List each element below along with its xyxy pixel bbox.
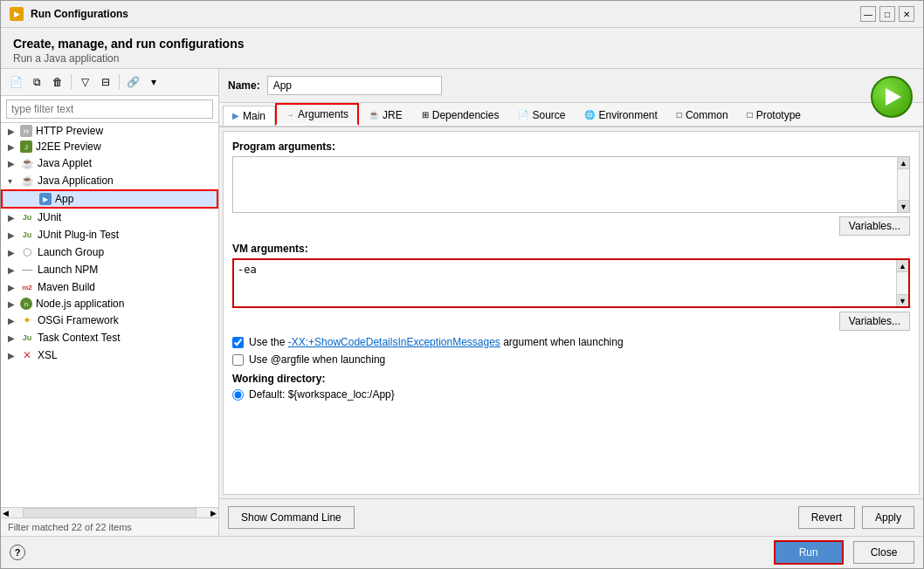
close-window-button[interactable]: ✕ [899, 6, 914, 22]
show-command-line-button[interactable]: Show Command Line [228, 506, 355, 529]
osgi-icon: ✦ [20, 313, 34, 327]
jre-tab-icon: ☕ [369, 110, 379, 120]
title-bar-left: ▶ Run Configurations [10, 7, 128, 21]
sidebar-item-launch-npm[interactable]: ▶ — Launch NPM [1, 261, 218, 278]
filter-button[interactable]: ▽ [75, 72, 94, 92]
checkbox1[interactable] [232, 337, 244, 348]
separator2 [119, 74, 120, 90]
tab-main-label: Main [243, 110, 265, 122]
program-args-variables-button[interactable]: Variables... [839, 216, 910, 236]
sidebar-item-http-preview[interactable]: ▶ H HTTP Preview [1, 123, 218, 139]
sidebar-item-maven[interactable]: ▶ m2 Maven Build [1, 278, 218, 296]
junit-label: JUnit [38, 211, 61, 223]
collapse-all-button[interactable]: ⊟ [96, 72, 115, 92]
checkbox1-before: Use the [249, 336, 288, 348]
tab-jre[interactable]: ☕ JRE [359, 105, 412, 125]
minimize-button[interactable]: — [860, 6, 876, 22]
vm-args-label: VM arguments: [232, 243, 910, 255]
sidebar-scrollbar[interactable]: ◀ ▶ [1, 507, 218, 518]
launch-npm-icon: — [20, 263, 34, 277]
sidebar-item-junit[interactable]: ▶ Ju JUnit [1, 209, 218, 226]
http-preview-label: HTTP Preview [36, 125, 103, 137]
sidebar-item-java-applet[interactable]: ▶ ☕ Java Applet [1, 154, 218, 172]
window-controls: — □ ✕ [860, 6, 914, 22]
java-application-icon: ☕ [20, 174, 34, 188]
vm-args-wrap: -ea ▲ ▼ [232, 258, 910, 308]
app-label: App [55, 193, 73, 205]
sidebar-item-junit-plugin[interactable]: ▶ Ju JUnit Plug-in Test [1, 226, 218, 243]
vm-args-input[interactable]: -ea [234, 260, 908, 304]
sidebar-item-xsl[interactable]: ▶ ✕ XSL [1, 346, 218, 364]
tab-jre-label: JRE [383, 109, 403, 121]
vm-scroll-track [897, 272, 908, 294]
checkbox2[interactable] [232, 354, 244, 366]
j2ee-label: J2EE Preview [36, 141, 101, 153]
link-button[interactable]: 🔗 [123, 72, 142, 92]
java-application-label: Java Application [38, 175, 114, 187]
settings-button[interactable]: ▾ [144, 72, 163, 92]
main-tab-icon: ▶ [232, 111, 239, 120]
name-label: Name: [228, 79, 260, 92]
bottom-bar: Show Command Line Revert Apply [219, 498, 923, 536]
osgi-label: OSGi Framework [38, 314, 119, 326]
launch-npm-label: Launch NPM [38, 264, 98, 276]
tab-source[interactable]: 📄 Source [508, 105, 575, 125]
sidebar-item-java-application[interactable]: ▾ ☕ Java Application [1, 172, 218, 189]
checkbox1-link[interactable]: -XX:+ShowCodeDetailsInExceptionMessages [288, 336, 500, 348]
checkbox2-label: Use @argfile when launching [249, 353, 385, 366]
revert-button[interactable]: Revert [798, 506, 855, 529]
run-close-group: Run Close [774, 540, 914, 565]
vm-scroll-down[interactable]: ▼ [897, 294, 908, 306]
tab-arguments-label: Arguments [298, 108, 348, 120]
task-context-label: Task Context Test [38, 332, 121, 344]
tab-dependencies-label: Dependencies [432, 109, 500, 121]
maven-label: Maven Build [38, 281, 95, 293]
tab-dependencies[interactable]: ⊞ Dependencies [412, 105, 509, 125]
sidebar-item-osgi[interactable]: ▶ ✦ OSGi Framework [1, 312, 218, 329]
program-args-input[interactable] [233, 157, 909, 209]
sidebar-item-j2ee-preview[interactable]: ▶ J J2EE Preview [1, 139, 218, 154]
maximize-button[interactable]: □ [879, 6, 895, 22]
sidebar-item-app[interactable]: ▶ App [1, 189, 218, 209]
window-title: Run Configurations [31, 8, 128, 20]
header-section: Create, manage, and run configurations R… [1, 28, 923, 69]
sidebar-item-task-context[interactable]: ▶ Ju Task Context Test [1, 329, 218, 346]
delete-button[interactable]: 🗑 [48, 72, 67, 92]
sidebar: 📄 ⧉ 🗑 ▽ ⊟ 🔗 ▾ ▶ H HTTP Preview [1, 69, 219, 536]
new-config-button[interactable]: 📄 [6, 72, 25, 92]
working-dir-label: Working directory: [232, 373, 910, 385]
tab-prototype[interactable]: □ Prototype [738, 105, 810, 125]
run-footer-button[interactable]: Run [774, 540, 844, 565]
help-button[interactable]: ? [10, 545, 25, 560]
scroll-up[interactable]: ▲ [898, 157, 909, 169]
title-bar: ▶ Run Configurations — □ ✕ [1, 1, 923, 28]
common-tab-icon: □ [677, 110, 682, 120]
scroll-right[interactable]: ▶ [209, 508, 218, 518]
tab-environment[interactable]: 🌐 Environment [575, 105, 666, 125]
tab-arguments[interactable]: → Arguments [275, 103, 359, 126]
separator [71, 74, 72, 90]
working-dir-row: Default: ${workspace_loc:/App} [232, 388, 910, 401]
sidebar-item-nodejs[interactable]: ▶ n Node.js application [1, 296, 218, 312]
scroll-down[interactable]: ▼ [898, 200, 909, 212]
vm-variables-button[interactable]: Variables... [839, 312, 910, 331]
java-applet-icon: ☕ [20, 156, 34, 170]
tab-common[interactable]: □ Common [667, 105, 738, 125]
filter-input[interactable] [6, 99, 213, 119]
duplicate-button[interactable]: ⧉ [27, 72, 46, 92]
run-button[interactable] [871, 76, 913, 118]
name-input[interactable] [267, 76, 442, 95]
header-subtitle: Run a Java application [13, 52, 911, 65]
vm-scroll-up[interactable]: ▲ [897, 260, 908, 272]
apply-button[interactable]: Apply [862, 506, 914, 529]
footer-bar: ? Run Close [1, 536, 923, 568]
junit-plugin-icon: Ju [20, 228, 34, 242]
close-button[interactable]: Close [853, 541, 914, 564]
tab-main[interactable]: ▶ Main [223, 106, 275, 126]
workdir-default-radio[interactable] [232, 389, 244, 401]
sidebar-item-launch-group[interactable]: ▶ ⬡ Launch Group [1, 243, 218, 261]
window-icon: ▶ [10, 7, 24, 21]
tab-common-label: Common [686, 109, 728, 121]
scroll-left[interactable]: ◀ [1, 508, 10, 518]
sidebar-footer: Filter matched 22 of 22 items [1, 518, 218, 536]
